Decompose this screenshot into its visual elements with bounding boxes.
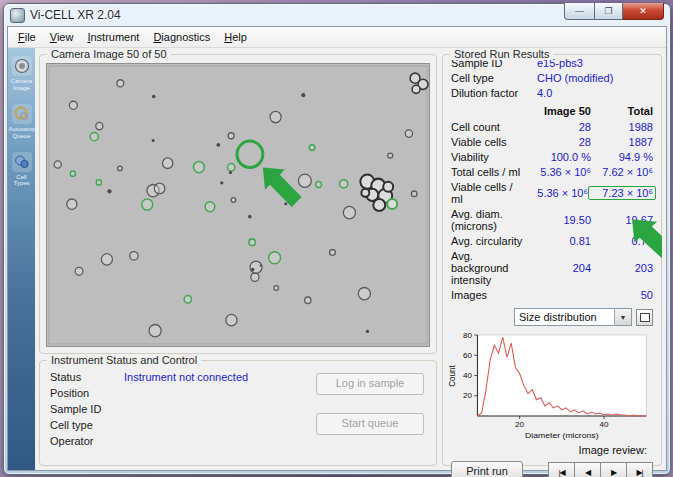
distribution-row: Size distribution ▼ <box>443 302 661 328</box>
sidebar-item-cell-types[interactable]: Cell Types <box>8 152 35 188</box>
results-column-headers: Image 50 Total <box>443 100 661 119</box>
result-row: Avg. diam. (microns) 19.50 19.67 <box>443 206 661 233</box>
body: Camera Image Autosampler Queue <box>8 48 666 470</box>
highlighted-value: 7.23 × 10⁶ <box>588 186 656 200</box>
green-circle-annotation <box>237 141 263 167</box>
menu-view[interactable]: View <box>43 28 81 46</box>
camera-image-panel: Camera Image 50 of 50 <box>39 54 437 354</box>
svg-text:40: 40 <box>463 371 473 380</box>
svg-text:Count: Count <box>446 365 456 387</box>
window-content: File View Instrument Diagnostics Help <box>7 26 667 471</box>
result-row: Viability 100.0 % 94.9 % <box>443 149 661 164</box>
menu-instrument[interactable]: Instrument <box>80 28 146 46</box>
previous-image-button[interactable]: ◀ <box>574 462 601 477</box>
green-arrow-annotation <box>253 157 306 212</box>
status-panel-title: Instrument Status and Control <box>47 354 201 366</box>
info-row: Dilution factor 4.0 <box>443 85 661 100</box>
svg-text:80: 80 <box>463 331 473 340</box>
image-review-label: Image review: <box>443 442 661 458</box>
info-value: 4.0 <box>537 87 552 99</box>
log-in-sample-button[interactable]: Log in sample <box>316 373 424 395</box>
title-bar[interactable]: Vi-CELL XR 2.04 — ❐ ✕ <box>4 4 670 26</box>
cell-types-icon <box>12 152 32 172</box>
result-row: Avg. background intensity 204 203 <box>443 248 661 287</box>
status-row: Operator <box>50 433 426 449</box>
column-header-image: Image 50 <box>525 105 591 117</box>
close-button[interactable]: ✕ <box>623 3 664 20</box>
start-queue-button[interactable]: Start queue <box>316 413 424 435</box>
results-panel-title: Stored Run Results <box>450 48 553 60</box>
bottom-controls: Print run |◀ ◀ ▶ ▶| <box>443 458 661 477</box>
status-row-value: Instrument not connected <box>124 371 248 383</box>
right-column: Stored Run Results Sample ID e15-pbs3 Ce… <box>442 54 662 466</box>
info-label: Cell type <box>451 72 537 84</box>
sidebar-item-label: Cell Types <box>9 174 35 188</box>
first-image-button[interactable]: |◀ <box>548 462 575 477</box>
cell-cluster-small <box>410 73 428 93</box>
app-window: Vi-CELL XR 2.04 — ❐ ✕ File View Instrume… <box>3 3 671 475</box>
status-row-label: Sample ID <box>50 403 124 415</box>
print-run-button[interactable]: Print run <box>451 461 523 477</box>
result-row: Total cells / ml 5.36 × 10⁶ 7.62 × 10⁶ <box>443 164 661 179</box>
svg-text:Diameter (microns): Diameter (microns) <box>525 430 599 440</box>
size-distribution-chart: 204060802040CountDiameter (microns) <box>445 330 657 442</box>
distribution-select[interactable]: Size distribution ▼ <box>514 308 632 326</box>
autosampler-queue-icon <box>12 104 32 124</box>
sidebar: Camera Image Autosampler Queue <box>8 48 35 470</box>
result-row: Avg. circularity 0.81 0.72 <box>443 233 661 248</box>
info-value: CHO (modified) <box>537 72 613 84</box>
status-row-label: Status <box>50 371 124 383</box>
cell-cluster <box>360 175 397 212</box>
image-review-nav: |◀ ◀ ▶ ▶| <box>549 462 653 477</box>
camera-panel-title: Camera Image 50 of 50 <box>47 48 171 60</box>
distribution-select-value: Size distribution <box>519 311 597 323</box>
svg-text:20: 20 <box>463 392 473 401</box>
main-area: Camera Image 50 of 50 <box>35 48 666 470</box>
menu-bar: File View Instrument Diagnostics Help <box>8 27 666 48</box>
svg-text:60: 60 <box>463 351 473 360</box>
sidebar-item-autosampler-queue[interactable]: Autosampler Queue <box>8 104 35 140</box>
instrument-status-panel: Instrument Status and Control Status Ins… <box>39 360 437 466</box>
result-row-highlighted: Viable cells / ml 5.36 × 10⁶ 7.23 × 10⁶ <box>443 179 661 206</box>
chart-popout-icon <box>640 313 650 322</box>
chevron-down-icon[interactable]: ▼ <box>614 309 631 325</box>
status-row-label: Position <box>50 387 124 399</box>
sidebar-item-label: Autosampler Queue <box>9 126 35 140</box>
camera-image-view[interactable] <box>46 63 430 347</box>
result-row: Cell count 28 1988 <box>443 119 661 134</box>
sidebar-item-label: Camera Image <box>9 78 35 92</box>
cell-scatter <box>54 80 417 337</box>
maximize-button[interactable]: ❐ <box>595 3 623 20</box>
camera-image-icon <box>12 56 32 76</box>
window-controls: — ❐ ✕ <box>564 3 664 20</box>
menu-diagnostics[interactable]: Diagnostics <box>146 28 217 46</box>
column-header-total: Total <box>591 105 653 117</box>
next-image-button[interactable]: ▶ <box>600 462 627 477</box>
last-image-button[interactable]: ▶| <box>626 462 653 477</box>
svg-text:40: 40 <box>599 420 609 429</box>
menu-file[interactable]: File <box>11 28 43 46</box>
status-row-label: Cell type <box>50 419 124 431</box>
sidebar-item-camera-image[interactable]: Camera Image <box>8 56 35 92</box>
minimize-button[interactable]: — <box>564 3 595 20</box>
svg-text:20: 20 <box>515 420 525 429</box>
status-row-label: Operator <box>50 435 124 447</box>
chart-popout-button[interactable] <box>636 309 653 326</box>
info-label: Dilution factor <box>451 87 537 99</box>
app-icon <box>10 8 25 23</box>
result-row: Viable cells 28 1887 <box>443 134 661 149</box>
desktop: Vi-CELL XR 2.04 — ❐ ✕ File View Instrume… <box>0 0 673 477</box>
left-column: Camera Image 50 of 50 <box>39 54 437 466</box>
stored-run-results-panel: Stored Run Results Sample ID e15-pbs3 Ce… <box>442 54 662 466</box>
menu-help[interactable]: Help <box>217 28 254 46</box>
result-row: Images 50 <box>443 287 661 302</box>
window-title: Vi-CELL XR 2.04 <box>30 8 121 22</box>
info-row: Cell type CHO (modified) <box>443 70 661 85</box>
